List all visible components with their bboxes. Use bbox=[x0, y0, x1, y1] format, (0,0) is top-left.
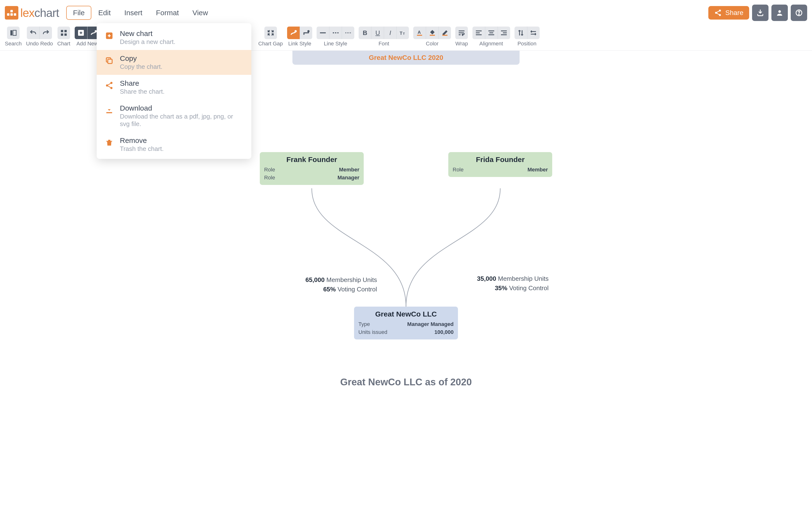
file-newchart[interactable]: New chartDesign a new chart. bbox=[97, 25, 251, 50]
svg-rect-8 bbox=[61, 30, 63, 32]
linkstyle-elbow-button[interactable] bbox=[300, 26, 312, 39]
undo-button[interactable] bbox=[27, 26, 39, 39]
font-italic-button[interactable]: I bbox=[384, 26, 396, 39]
font-bold-button[interactable]: B bbox=[359, 26, 371, 39]
linestyle-dashed-button[interactable] bbox=[329, 26, 342, 39]
tool-alignment-group: Alignment bbox=[472, 26, 510, 47]
node-row: RoleManager bbox=[264, 174, 359, 181]
swap-v-icon bbox=[517, 29, 525, 37]
svg-point-29 bbox=[110, 87, 113, 89]
connector-icon bbox=[90, 29, 97, 37]
undo-icon bbox=[29, 29, 37, 37]
font-underline-button[interactable]: U bbox=[371, 26, 384, 39]
node-row: RoleMember bbox=[264, 166, 359, 174]
compress-icon bbox=[267, 29, 274, 37]
line-dashed-icon bbox=[332, 29, 340, 37]
menu-insert[interactable]: Insert bbox=[117, 6, 149, 20]
tool-addnew-label: Add New bbox=[77, 41, 98, 47]
svg-point-3 bbox=[778, 10, 781, 13]
topbar: lexchart File Edit Insert Format View Sh… bbox=[0, 0, 812, 23]
addnew-box-button[interactable] bbox=[75, 26, 87, 39]
tool-undoredo-label: Undo Redo bbox=[26, 41, 53, 47]
logo-icon bbox=[5, 6, 18, 19]
user-icon bbox=[776, 9, 783, 17]
align-right-button[interactable] bbox=[498, 26, 510, 39]
tool-color-group: A Color bbox=[413, 26, 451, 47]
file-download[interactable]: DownloadDownload the chart as a pdf, jpg… bbox=[97, 100, 251, 132]
align-center-button[interactable] bbox=[485, 26, 498, 39]
download-button[interactable] bbox=[752, 5, 768, 21]
node-company[interactable]: Great NewCo LLC TypeManager Managed Unit… bbox=[354, 306, 458, 339]
tool-color-label: Color bbox=[426, 41, 439, 47]
share-button[interactable]: Share bbox=[708, 6, 749, 19]
node-frida[interactable]: Frida Founder RoleMember bbox=[448, 152, 552, 177]
download-icon bbox=[756, 9, 764, 17]
chart-title-bar[interactable]: Great NewCo LLC 2020 bbox=[292, 51, 520, 65]
svg-rect-22 bbox=[417, 35, 422, 36]
redo-icon bbox=[42, 29, 50, 37]
node-frank[interactable]: Frank Founder RoleMember RoleManager bbox=[260, 152, 364, 185]
color-fill-button[interactable] bbox=[426, 26, 439, 39]
color-text-button[interactable]: A bbox=[413, 26, 426, 39]
dd-title: Remove bbox=[120, 136, 164, 145]
tool-wrap-group: Wrap bbox=[455, 26, 468, 47]
svg-point-27 bbox=[110, 82, 113, 84]
search-button[interactable] bbox=[7, 26, 19, 39]
logo-text: lexchart bbox=[20, 6, 59, 19]
dd-desc: Design a new chart. bbox=[120, 38, 175, 46]
svg-point-5 bbox=[799, 14, 800, 15]
dd-desc: Trash the chart. bbox=[120, 145, 164, 153]
help-button[interactable] bbox=[791, 5, 807, 21]
plus-square-icon bbox=[104, 31, 114, 41]
user-button[interactable] bbox=[771, 5, 788, 21]
tool-font-group: B U I TT Font bbox=[359, 26, 409, 47]
logo[interactable]: lexchart bbox=[5, 6, 59, 19]
swap-h-icon bbox=[529, 29, 537, 37]
svg-rect-11 bbox=[64, 34, 67, 36]
menu-format[interactable]: Format bbox=[149, 6, 186, 20]
dd-desc: Download the chart as a pdf, jpg, png, o… bbox=[120, 113, 244, 128]
svg-point-1 bbox=[715, 12, 717, 14]
wrap-button[interactable] bbox=[455, 26, 468, 39]
dd-title: Copy bbox=[120, 54, 162, 62]
fill-color-icon bbox=[428, 29, 436, 37]
file-share[interactable]: ShareShare the chart. bbox=[97, 75, 251, 100]
elbow-icon bbox=[302, 29, 310, 37]
align-center-icon bbox=[488, 29, 495, 37]
menu-view[interactable]: View bbox=[186, 6, 215, 20]
menu-edit[interactable]: Edit bbox=[91, 6, 117, 20]
help-icon bbox=[795, 9, 803, 17]
file-dropdown: New chartDesign a new chart. CopyCopy th… bbox=[97, 23, 251, 159]
topbar-actions: Share bbox=[708, 5, 807, 21]
svg-point-2 bbox=[719, 14, 721, 16]
tool-position-group: Position bbox=[514, 26, 540, 47]
linestyle-dotted-button[interactable] bbox=[342, 26, 354, 39]
linestyle-solid-button[interactable] bbox=[317, 26, 329, 39]
svg-rect-23 bbox=[430, 35, 435, 36]
chartgap-button[interactable] bbox=[264, 26, 277, 39]
grid-icon bbox=[60, 29, 68, 37]
file-remove[interactable]: RemoveTrash the chart. bbox=[97, 132, 251, 157]
chart-button[interactable] bbox=[57, 26, 70, 39]
tool-addnew-group: Add New bbox=[75, 26, 100, 47]
color-line-button[interactable] bbox=[439, 26, 451, 39]
file-copy[interactable]: CopyCopy the chart. bbox=[97, 50, 251, 75]
share-icon bbox=[714, 9, 722, 17]
linkstyle-curved-button[interactable] bbox=[287, 26, 300, 39]
share-label: Share bbox=[725, 9, 743, 17]
redo-button[interactable] bbox=[39, 26, 52, 39]
tool-alignment-label: Alignment bbox=[479, 41, 503, 47]
svg-rect-30 bbox=[106, 112, 112, 113]
svg-point-13 bbox=[95, 31, 96, 32]
position-h-button[interactable] bbox=[527, 26, 540, 39]
menu-file[interactable]: File bbox=[66, 6, 91, 20]
text-size-icon: TT bbox=[399, 29, 407, 37]
align-left-button[interactable] bbox=[472, 26, 485, 39]
dd-title: Download bbox=[120, 104, 244, 112]
position-v-button[interactable] bbox=[514, 26, 527, 39]
curve-icon bbox=[290, 29, 297, 37]
dd-title: Share bbox=[120, 79, 164, 88]
node-title: Frank Founder bbox=[264, 156, 359, 164]
tool-linkstyle-label: Link Style bbox=[288, 41, 311, 47]
font-size-button[interactable]: TT bbox=[396, 26, 409, 39]
